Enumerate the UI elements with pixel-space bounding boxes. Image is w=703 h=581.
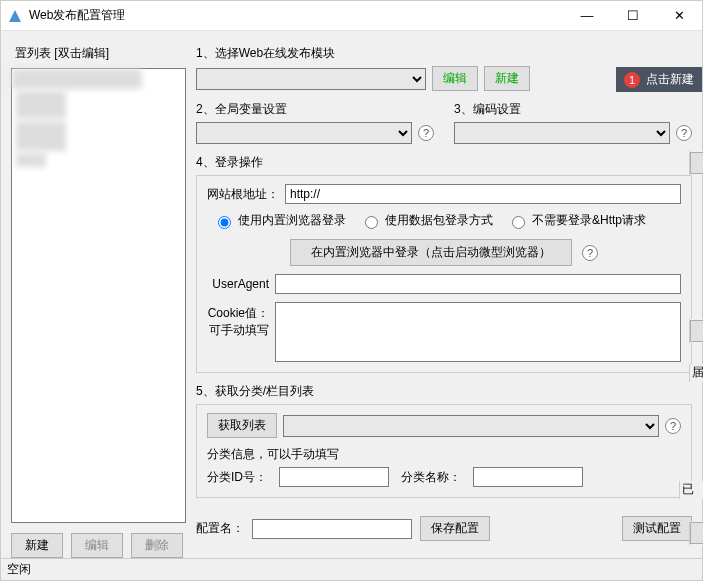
- cookie-label: Cookie值：可手动填写: [207, 302, 275, 339]
- config-list-label: 置列表 [双击编辑]: [11, 41, 186, 68]
- section-5-label: 5、获取分类/栏目列表: [196, 383, 692, 400]
- cookie-textarea[interactable]: [275, 302, 681, 362]
- section-1-label: 1、选择Web在线发布模块: [196, 45, 692, 62]
- delete-config-button[interactable]: 删除: [131, 533, 183, 558]
- user-agent-label: UserAgent: [207, 274, 275, 291]
- partial-button[interactable]: [690, 320, 703, 342]
- app-window: Web发布配置管理 — ☐ ✕ 置列表 [双击编辑] 新建 编辑 删除: [0, 0, 703, 581]
- section-categories: 5、获取分类/栏目列表 获取列表 ? 分类信息，可以手动填写 分类ID号： 分类…: [196, 383, 692, 498]
- close-button[interactable]: ✕: [656, 1, 702, 31]
- login-fieldset: 网站根地址： 使用内置浏览器登录 使用数据包登录方式 不需要登录&Http请求 …: [196, 175, 692, 373]
- maximize-button[interactable]: ☐: [610, 1, 656, 31]
- status-text: 空闲: [7, 561, 31, 578]
- launch-browser-button[interactable]: 在内置浏览器中登录（点击启动微型浏览器）: [290, 239, 572, 266]
- window-title: Web发布配置管理: [29, 7, 564, 24]
- new-config-button[interactable]: 新建: [11, 533, 63, 558]
- main-area: 置列表 [双击编辑] 新建 编辑 删除 1、选择Web在线发布模块: [11, 41, 692, 558]
- radio-no-login[interactable]: 不需要登录&Http请求: [507, 212, 646, 229]
- get-list-button[interactable]: 获取列表: [207, 413, 277, 438]
- test-config-button[interactable]: 测试配置: [622, 516, 692, 541]
- category-id-label: 分类ID号：: [207, 469, 267, 486]
- module-new-button[interactable]: 新建: [484, 66, 530, 91]
- help-icon[interactable]: ?: [418, 125, 434, 141]
- module-edit-button[interactable]: 编辑: [432, 66, 478, 91]
- help-icon[interactable]: ?: [582, 245, 598, 261]
- tutorial-tooltip: 1 点击新建: [616, 67, 702, 92]
- left-button-row: 新建 编辑 删除: [11, 533, 186, 558]
- tooltip-step-badge: 1: [624, 72, 640, 88]
- module-select[interactable]: [196, 68, 426, 90]
- section-3-label: 3、编码设置: [454, 101, 692, 118]
- category-info-label: 分类信息，可以手动填写: [207, 446, 681, 463]
- radio-data-packet[interactable]: 使用数据包登录方式: [360, 212, 493, 229]
- config-list[interactable]: [11, 68, 186, 523]
- section-2-3-row: 2、全局变量设置 ? 3、编码设置 ?: [196, 101, 692, 144]
- behind-window-fragment: [689, 521, 703, 545]
- root-url-label: 网站根地址：: [207, 186, 279, 203]
- status-bar: 空闲: [1, 558, 702, 580]
- minimize-button[interactable]: —: [564, 1, 610, 31]
- encoding-select[interactable]: [454, 122, 670, 144]
- save-config-button[interactable]: 保存配置: [420, 516, 490, 541]
- category-select[interactable]: [283, 415, 659, 437]
- radio-nologin-input[interactable]: [512, 216, 525, 229]
- behind-window-fragment: 届: [689, 364, 703, 382]
- category-name-label: 分类名称：: [401, 469, 461, 486]
- root-url-input[interactable]: [285, 184, 681, 204]
- login-mode-radios: 使用内置浏览器登录 使用数据包登录方式 不需要登录&Http请求: [213, 212, 681, 229]
- user-agent-input[interactable]: [275, 274, 681, 294]
- behind-window-fragment: 已发: [679, 481, 703, 499]
- config-name-label: 配置名：: [196, 520, 244, 537]
- tooltip-text: 点击新建: [646, 71, 694, 88]
- behind-window-fragment: [689, 319, 703, 343]
- radio-builtin-input[interactable]: [218, 216, 231, 229]
- help-icon[interactable]: ?: [676, 125, 692, 141]
- help-icon[interactable]: ?: [665, 418, 681, 434]
- footer-row: 配置名： 保存配置 测试配置: [196, 508, 692, 549]
- left-panel: 置列表 [双击编辑] 新建 编辑 删除: [11, 41, 186, 558]
- window-body: 置列表 [双击编辑] 新建 编辑 删除 1、选择Web在线发布模块: [1, 31, 702, 558]
- partial-button[interactable]: [690, 522, 703, 544]
- section-2-label: 2、全局变量设置: [196, 101, 434, 118]
- radio-packet-input[interactable]: [365, 216, 378, 229]
- global-var-select[interactable]: [196, 122, 412, 144]
- partial-label: 已发: [680, 481, 694, 499]
- app-icon: [7, 8, 23, 24]
- partial-label: 届: [690, 364, 703, 381]
- category-id-input[interactable]: [279, 467, 389, 487]
- category-name-input[interactable]: [473, 467, 583, 487]
- section-4-label: 4、登录操作: [196, 154, 692, 171]
- section-module: 1、选择Web在线发布模块 编辑 新建 1 点击新建: [196, 45, 692, 91]
- behind-window-fragment: [689, 151, 703, 175]
- categories-fieldset: 获取列表 ? 分类信息，可以手动填写 分类ID号： 分类名称：: [196, 404, 692, 498]
- edit-config-button[interactable]: 编辑: [71, 533, 123, 558]
- right-panel: 1、选择Web在线发布模块 编辑 新建 1 点击新建 2、全局变量设置: [196, 41, 692, 558]
- titlebar: Web发布配置管理 — ☐ ✕: [1, 1, 702, 31]
- config-name-input[interactable]: [252, 519, 412, 539]
- partial-button[interactable]: [690, 152, 703, 174]
- radio-builtin-browser[interactable]: 使用内置浏览器登录: [213, 212, 346, 229]
- section-login: 4、登录操作 网站根地址： 使用内置浏览器登录 使用数据包登录方式 不需要登录&…: [196, 154, 692, 373]
